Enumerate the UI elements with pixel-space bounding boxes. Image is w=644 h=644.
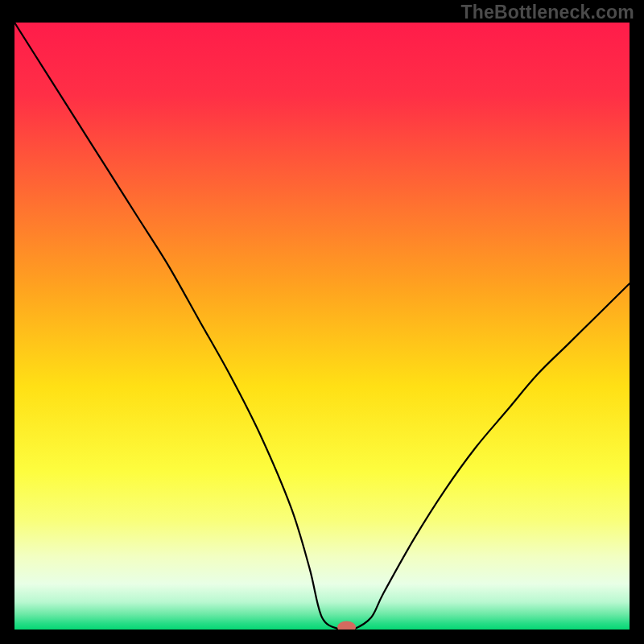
watermark-text: TheBottleneck.com [460, 2, 634, 23]
chart-frame: TheBottleneck.com [0, 0, 644, 644]
gradient-background [14, 23, 630, 630]
plot-area [14, 23, 630, 630]
chart-svg [14, 23, 630, 630]
